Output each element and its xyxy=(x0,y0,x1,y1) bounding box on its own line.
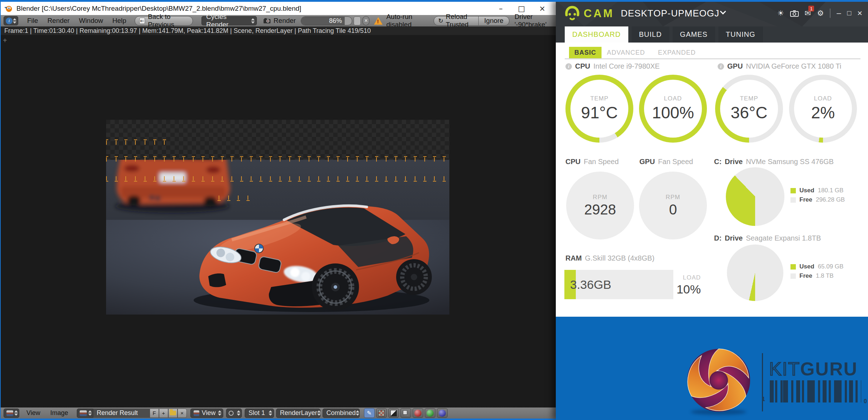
menu-file[interactable]: File xyxy=(23,17,43,25)
tab-dashboard[interactable]: DASHBOARD xyxy=(565,26,628,43)
messages-icon[interactable]: ✉ 1 xyxy=(805,9,811,18)
green-channel-toggle[interactable] xyxy=(425,408,435,418)
menu-help[interactable]: Help xyxy=(108,17,131,25)
checker-icon xyxy=(378,410,385,416)
screenshot-camera-icon[interactable] xyxy=(790,10,799,17)
engine-stepper[interactable] xyxy=(251,17,255,24)
green-channel-icon xyxy=(426,410,434,417)
settings-gear-icon[interactable]: ⚙ xyxy=(817,9,824,18)
footer-menu-image[interactable]: Image xyxy=(45,409,73,417)
kit-text: KIT xyxy=(769,359,800,379)
drive-c-title: C: Drive NVMe Samsung SS 476GB xyxy=(714,158,834,166)
header-divider xyxy=(830,9,830,18)
cpu-info-icon[interactable]: i xyxy=(565,63,572,70)
cam-maximize-button[interactable]: □ xyxy=(847,9,851,17)
ram-load-block: LOAD 10% xyxy=(671,274,701,296)
image-name-field[interactable]: Render Result xyxy=(93,409,150,418)
image-editor-header: View Image Render Result F + × View Slot… xyxy=(1,407,557,419)
kitguru-branding-area: KITGURU 1 0 xyxy=(556,317,868,420)
render-tile-markers xyxy=(219,196,251,200)
editor-type-dropdown[interactable] xyxy=(4,409,19,418)
minimize-button[interactable]: – xyxy=(491,2,511,15)
pivot-stepper[interactable] xyxy=(236,410,241,417)
alpha-toggle[interactable] xyxy=(388,408,399,418)
gpu-load-dial: LOAD 2% xyxy=(789,75,857,143)
menu-window[interactable]: Window xyxy=(74,17,108,25)
viewer-stepper[interactable] xyxy=(218,410,222,417)
gpu-temp-label: TEMP xyxy=(740,95,758,102)
cpu-name-row: i CPU Intel Core i9-7980XE xyxy=(565,62,660,70)
cpu-temp-value: 91°C xyxy=(581,103,618,122)
layer-stepper[interactable] xyxy=(317,410,321,417)
pivot-dropdown[interactable] xyxy=(226,409,242,418)
gpu-label: GPU xyxy=(727,62,743,70)
alpha-checker-toggle[interactable] xyxy=(376,408,387,418)
cpu-name: Intel Core i9-7980XE xyxy=(593,62,660,70)
folder-icon xyxy=(170,411,176,415)
editor-type-stepper[interactable] xyxy=(14,410,18,417)
cpu-temp-dial: TEMP 91°C xyxy=(565,75,633,143)
red-channel-toggle[interactable] xyxy=(413,408,423,418)
render-progress-bar: 86% xyxy=(301,16,352,25)
region-plus-icon[interactable]: + xyxy=(3,36,7,45)
hostname-selector[interactable]: DESKTOP-UPMEOGJ xyxy=(621,8,719,19)
tab-games[interactable]: GAMES xyxy=(673,26,715,43)
cancel-render-button[interactable]: × xyxy=(362,16,370,25)
back-to-previous-button[interactable]: ← Back to Previous xyxy=(135,16,193,26)
copy-toggle[interactable] xyxy=(400,408,411,418)
menu-render[interactable]: Render xyxy=(43,17,74,25)
footer-menu-view[interactable]: View xyxy=(21,409,45,417)
renderlayer-dropdown[interactable]: RenderLayer xyxy=(276,409,320,418)
open-image-button[interactable] xyxy=(168,409,178,418)
blue-channel-toggle[interactable] xyxy=(437,408,448,418)
drive-d-used-legend: Used 65.09 GB xyxy=(790,263,843,270)
new-image-button[interactable]: + xyxy=(159,409,168,418)
pass-stepper[interactable] xyxy=(356,410,359,417)
renderpass-dropdown[interactable]: Combined xyxy=(323,409,360,418)
subtab-expanded[interactable]: EXPANDED xyxy=(658,49,696,56)
cpu-temp-label: TEMP xyxy=(590,95,608,102)
cpu-load-label: LOAD xyxy=(664,95,682,102)
slot-dropdown[interactable]: Slot 1 xyxy=(245,409,274,418)
render-stats-text: Frame:1 | Time:01:30.40 | Remaining:00:1… xyxy=(4,27,371,35)
pencil-icon: ✎ xyxy=(367,410,371,416)
cam-header: CAM DESKTOP-UPMEOGJ ☀ ✉ 1 ⚙ – □ × xyxy=(556,0,868,26)
header-icon-row: ☀ ✉ 1 ⚙ – □ × xyxy=(777,0,862,26)
unlink-image-button[interactable]: × xyxy=(178,409,187,418)
brightness-icon[interactable]: ☀ xyxy=(777,9,784,18)
cam-window: CAM DESKTOP-UPMEOGJ ☀ ✉ 1 ⚙ – □ × DASHBO… xyxy=(556,0,868,420)
ignore-button[interactable]: Ignore xyxy=(479,17,509,25)
image-editor-viewport: + xyxy=(1,35,557,407)
image-browse-button[interactable] xyxy=(77,409,93,418)
render-button[interactable]: Render xyxy=(274,17,296,25)
image-browse-stepper[interactable] xyxy=(88,410,92,417)
render-engine-dropdown[interactable]: Cycles Render xyxy=(201,16,257,25)
free-swatch xyxy=(790,197,796,203)
cam-minimize-button[interactable]: – xyxy=(837,9,841,18)
render-tile-markers xyxy=(106,157,449,162)
subtab-advanced[interactable]: ADVANCED xyxy=(607,49,645,56)
image-icon xyxy=(80,410,87,416)
ram-title: RAM G.Skill 32GB (4x8GB) xyxy=(565,254,654,262)
gpu-info-icon[interactable]: i xyxy=(718,63,724,70)
viewer-dropdown[interactable]: View xyxy=(190,409,223,418)
tab-build[interactable]: BUILD xyxy=(632,26,669,43)
subtab-basic[interactable]: BASIC xyxy=(569,47,602,59)
warning-icon: ! xyxy=(374,17,383,25)
cpu-fan-title: CPU Fan Speed xyxy=(565,158,619,166)
viewer-icon xyxy=(194,410,199,416)
slash-icon xyxy=(390,410,397,416)
editor-type-button[interactable]: i xyxy=(4,16,18,25)
cam-logo-text: CAM xyxy=(584,7,614,20)
brand-divider xyxy=(762,353,763,411)
fake-user-button[interactable]: F xyxy=(150,409,159,418)
draw-mode-toggle[interactable]: ✎ xyxy=(364,408,375,418)
editor-stepper[interactable] xyxy=(13,17,17,24)
ram-usage-bar: 3.36GB xyxy=(564,270,673,299)
cpu-fan-gauge: RPM 2928 xyxy=(566,172,634,239)
slot-stepper[interactable] xyxy=(268,410,273,417)
tab-tuning[interactable]: TUNING xyxy=(718,26,763,43)
drive-d-pie xyxy=(727,244,783,301)
render-stats-bar: Frame:1 | Time:01:30.40 | Remaining:00:1… xyxy=(1,26,557,35)
cam-close-button[interactable]: × xyxy=(857,8,862,18)
